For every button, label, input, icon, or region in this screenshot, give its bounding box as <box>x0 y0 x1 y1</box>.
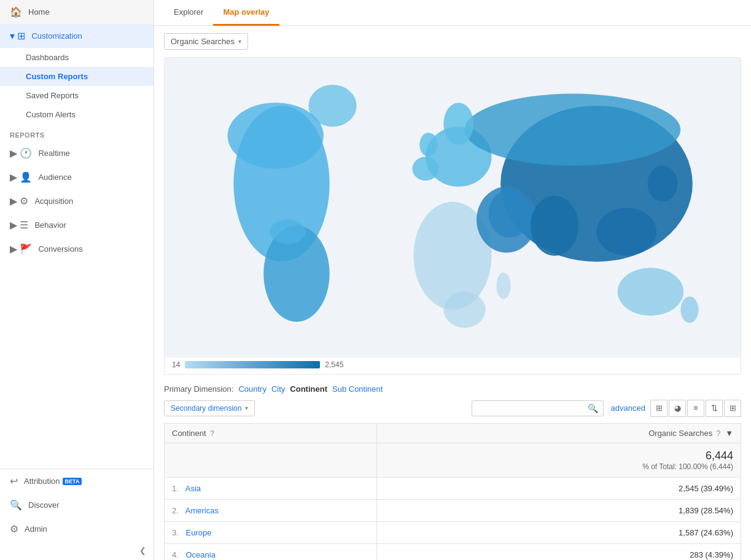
row-1-metric: 2,545 (39.49%) <box>377 477 741 499</box>
search-input[interactable] <box>477 403 588 413</box>
sidebar-item-conversions[interactable]: ▶ 🚩 Conversions <box>0 237 154 261</box>
discover-icon: 🔍 <box>10 499 22 511</box>
tab-map-overlay[interactable]: Map overlay <box>213 0 279 26</box>
dim-sub-continent[interactable]: Sub Continent <box>332 384 383 394</box>
sidebar-item-admin[interactable]: ⚙ Admin <box>0 517 154 541</box>
main-content: Explorer Map overlay Organic Searches ▾ <box>154 0 751 560</box>
scale-bar-container: 14 2,545 <box>165 358 741 374</box>
row-3-value[interactable]: Europe <box>185 528 211 537</box>
dropdown-arrow-icon: ▾ <box>238 38 241 45</box>
table-total-row: 6,444 % of Total: 100.00% (6,444) <box>165 443 741 477</box>
sidebar-item-audience[interactable]: ▶ 👤 Audience <box>0 165 154 189</box>
sidebar: 🏠 Home ▾ ⊞ Customization Dashboards Cust… <box>0 0 154 560</box>
row-1-dimension: 1. Asia <box>165 477 377 499</box>
row-3-num: 3. <box>172 528 179 537</box>
acquisition-icon: ▶ ⚙ <box>10 195 28 207</box>
sidebar-item-home[interactable]: 🏠 Home <box>0 0 154 24</box>
table-row: 3. Europe 1,587 (24.63%) <box>165 521 741 543</box>
row-2-dimension: 2. Americas <box>165 499 377 521</box>
table-row: 4. Oceania 283 (4.39%) <box>165 543 741 560</box>
sidebar-item-acquisition[interactable]: ▶ ⚙ Acquisition <box>0 189 154 213</box>
organic-searches-help-icon[interactable]: ? <box>717 429 721 438</box>
sidebar-collapse-button[interactable]: ❮ <box>0 541 154 560</box>
sidebar-item-attribution[interactable]: ↩ Attribution BETA <box>0 469 154 493</box>
total-value: 6,444 <box>384 449 733 462</box>
scale-bar <box>185 361 320 368</box>
row-4-dimension: 4. Oceania <box>165 543 377 560</box>
svg-point-16 <box>443 103 473 144</box>
view-list-icon[interactable]: ≡ <box>687 400 704 417</box>
secondary-dimension-dropdown[interactable]: Secondary dimension ▾ <box>164 400 255 416</box>
sidebar-bottom: ↩ Attribution BETA 🔍 Discover ⚙ Admin ❮ <box>0 469 154 560</box>
admin-icon: ⚙ <box>10 523 18 535</box>
svg-point-18 <box>413 157 439 181</box>
row-4-metric: 283 (4.39%) <box>377 543 741 560</box>
secondary-dim-arrow-icon: ▾ <box>245 405 248 411</box>
dim-continent[interactable]: Continent <box>290 384 327 394</box>
behavior-icon: ▶ ☰ <box>10 219 28 231</box>
svg-point-12 <box>648 166 678 202</box>
sort-icon[interactable]: ▼ <box>725 429 733 438</box>
sidebar-item-dashboards[interactable]: Dashboards <box>0 48 154 67</box>
dim-country[interactable]: Country <box>238 384 267 394</box>
view-grid-icon[interactable]: ⊞ <box>650 400 667 417</box>
svg-point-19 <box>443 292 485 328</box>
row-4-num: 4. <box>172 550 179 559</box>
primary-dimension-row: Primary Dimension: Country City Continen… <box>164 384 741 394</box>
col-header-organic-searches: Organic Searches ? ▼ <box>377 423 741 443</box>
row-1-value[interactable]: Asia <box>185 484 201 493</box>
scale-min-value: 14 <box>172 360 180 369</box>
dim-city[interactable]: City <box>271 384 285 394</box>
svg-point-10 <box>228 103 324 168</box>
svg-point-8 <box>465 94 681 166</box>
sidebar-item-custom-reports[interactable]: Custom Reports <box>0 67 154 86</box>
view-icons: ⊞ ◕ ≡ ⇅ ⊞ <box>650 400 741 417</box>
row-3-metric: 1,587 (24.63%) <box>377 521 741 543</box>
view-pivot-icon[interactable]: ⊞ <box>724 400 741 417</box>
svg-point-15 <box>680 297 698 323</box>
row-2-value[interactable]: Americas <box>185 506 219 515</box>
reports-section-label: REPORTS <box>0 124 154 141</box>
table-row: 1. Asia 2,545 (39.49%) <box>165 477 741 499</box>
scale-max-value: 2,545 <box>325 360 343 369</box>
sidebar-item-behavior[interactable]: ▶ ☰ Behavior <box>0 213 154 237</box>
svg-point-17 <box>419 133 437 157</box>
customization-icon: ▾ ⊞ <box>10 30 25 42</box>
content-area: Organic Searches ▾ <box>154 26 751 560</box>
svg-point-7 <box>618 268 683 316</box>
toolbar: Secondary dimension ▾ 🔍 advanced ⊞ ◕ ≡ ⇅… <box>164 400 741 417</box>
svg-point-13 <box>270 220 306 244</box>
col-header-continent: Continent ? <box>165 423 377 443</box>
sidebar-item-discover[interactable]: 🔍 Discover <box>0 493 154 517</box>
conversions-icon: ▶ 🚩 <box>10 243 32 255</box>
primary-dimension-label: Primary Dimension: <box>164 384 233 394</box>
sidebar-item-custom-alerts[interactable]: Custom Alerts <box>0 105 154 124</box>
continent-help-icon[interactable]: ? <box>210 429 214 438</box>
map-container: 14 2,545 <box>164 57 741 375</box>
total-metric-cell: 6,444 % of Total: 100.00% (6,444) <box>377 443 741 477</box>
sidebar-item-customization[interactable]: ▾ ⊞ Customization <box>0 24 154 48</box>
tab-bar: Explorer Map overlay <box>154 0 751 26</box>
audience-icon: ▶ 👤 <box>10 171 32 183</box>
svg-point-11 <box>596 208 656 255</box>
search-icon[interactable]: 🔍 <box>588 403 598 413</box>
total-label-cell <box>165 443 377 477</box>
row-1-num: 1. <box>172 484 179 493</box>
sidebar-item-saved-reports[interactable]: Saved Reports <box>0 86 154 105</box>
table-row: 2. Americas 1,839 (28.54%) <box>165 499 741 521</box>
search-box: 🔍 <box>472 400 604 416</box>
world-map <box>165 58 741 358</box>
view-pie-icon[interactable]: ◕ <box>669 400 686 417</box>
row-3-dimension: 3. Europe <box>165 521 377 543</box>
tab-explorer[interactable]: Explorer <box>164 0 213 26</box>
advanced-link[interactable]: advanced <box>611 403 645 413</box>
view-compare-icon[interactable]: ⇅ <box>706 400 723 417</box>
row-4-value[interactable]: Oceania <box>185 550 215 559</box>
attribution-icon: ↩ <box>10 475 18 487</box>
row-2-metric: 1,839 (28.54%) <box>377 499 741 521</box>
svg-point-20 <box>496 273 510 299</box>
row-2-num: 2. <box>172 506 179 515</box>
sidebar-item-realtime[interactable]: ▶ 🕐 Realtime <box>0 141 154 165</box>
realtime-icon: ▶ 🕐 <box>10 147 32 159</box>
metric-dropdown[interactable]: Organic Searches ▾ <box>164 33 248 50</box>
